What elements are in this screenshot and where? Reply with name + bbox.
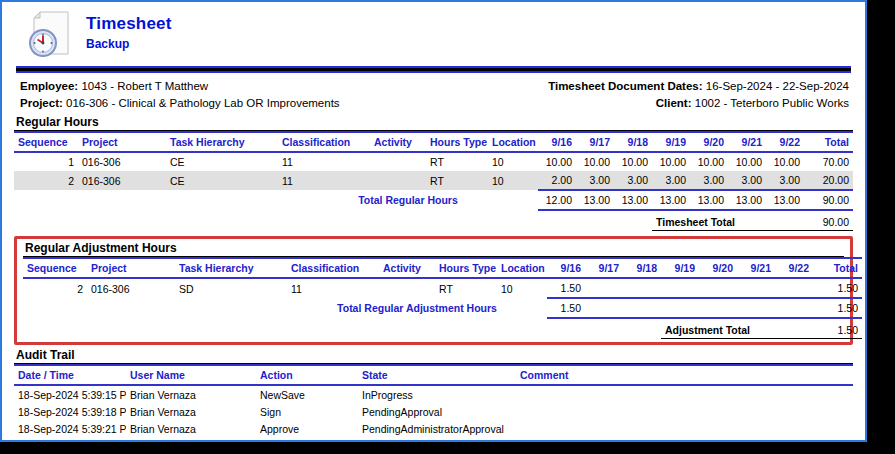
cell-action: Approve: [256, 437, 358, 442]
column-header: Sequence: [23, 258, 87, 278]
column-header: Hours Type: [426, 132, 488, 152]
cell-day: 3.00: [576, 171, 614, 190]
totals-day: 1.50: [547, 298, 585, 318]
cell-day: 2.00: [538, 171, 576, 190]
totals-day: 13.00: [728, 190, 766, 210]
employee-value: 1043 - Robert T Matthew: [81, 80, 208, 92]
cell-task: CE: [166, 152, 278, 171]
cell-total: 20.00: [804, 171, 853, 190]
project-label: Project:: [20, 97, 63, 109]
cell-datetime: 18-Sep-2024 5:39:21 PM: [14, 420, 126, 437]
column-header: Task Hierarchy: [166, 132, 278, 152]
audit-header-row: Date / Time User Name Action State Comme…: [14, 365, 853, 385]
table-row: 1 016-306 CE 11 RT 10 10.00 10.00 10.00 …: [14, 152, 853, 171]
adjustment-header-row: Sequence Project Task Hierarchy Classifi…: [23, 258, 862, 278]
cell-classification: 11: [278, 152, 370, 171]
cell-location: 10: [497, 278, 547, 298]
cell-state: PendingAdministratorApproval: [358, 420, 516, 437]
cell-action: Approve: [256, 420, 358, 437]
adjustment-hours-title: Regular Adjustment Hours: [23, 241, 844, 257]
cell-day: 10.00: [576, 152, 614, 171]
column-header: Location: [488, 132, 538, 152]
cell-day: 3.00: [652, 171, 690, 190]
totals-day: [623, 298, 661, 318]
document-dates-value: 16-Sep-2024 - 22-Sep-2024: [706, 80, 849, 92]
adjustment-total-value: 1.50: [813, 318, 862, 339]
cell-project: 016-306: [87, 278, 175, 298]
cell-hours-type: RT: [426, 171, 488, 190]
cell-day: 1.50: [547, 278, 585, 298]
audit-trail-table: Date / Time User Name Action State Comme…: [14, 364, 853, 442]
column-header: 9/19: [652, 132, 690, 152]
timesheet-total-value: 90.00: [804, 210, 853, 231]
cell-total: 70.00: [804, 152, 853, 171]
cell-comment: [516, 437, 853, 442]
totals-day: 13.00: [576, 190, 614, 210]
column-header: 9/18: [614, 132, 652, 152]
adjustment-total-row: Adjustment Total 1.50: [23, 318, 862, 339]
page-subtitle: Backup: [86, 37, 172, 51]
column-header: Total: [804, 132, 853, 152]
audit-row: 18-Sep-2024 5:39:15 PM Brian Vernaza New…: [14, 385, 853, 403]
page-title: Timesheet: [86, 14, 172, 34]
cell-day: 3.00: [766, 171, 804, 190]
column-header: 9/22: [775, 258, 813, 278]
timesheet-total-row: Timesheet Total 90.00: [14, 210, 853, 231]
cell-day: 10.00: [766, 152, 804, 171]
audit-trail-title: Audit Trail: [14, 348, 853, 364]
audit-row: 18-Sep-2024 5:39:21 PM Brian Vernaza App…: [14, 420, 853, 437]
column-header: Classification: [278, 132, 370, 152]
totals-total: 90.00: [804, 190, 853, 210]
timesheet-clock-icon: [28, 11, 70, 61]
cell-activity: [370, 152, 426, 171]
column-header: Total: [813, 258, 862, 278]
column-header: 9/18: [623, 258, 661, 278]
project-row: Project: 016-306 - Clinical & Pathology …: [20, 95, 340, 112]
project-value: 016-306 - Clinical & Pathology Lab OR Im…: [66, 97, 340, 109]
cell-day: [585, 278, 623, 298]
cell-day: 3.00: [690, 171, 728, 190]
cell-location: 10: [488, 171, 538, 190]
cell-sequence: 2: [23, 278, 87, 298]
cell-state: PendingApproval: [358, 403, 516, 420]
cell-action: NewSave: [256, 385, 358, 403]
column-header: 9/21: [737, 258, 775, 278]
column-header: Hours Type: [435, 258, 497, 278]
adjustment-total-label: Adjustment Total: [661, 318, 813, 339]
regular-hours-header-row: Sequence Project Task Hierarchy Classifi…: [14, 132, 853, 152]
cell-activity: [370, 171, 426, 190]
column-header: Activity: [379, 258, 435, 278]
column-header: User Name: [126, 365, 256, 385]
totals-day: [775, 298, 813, 318]
report-page: Timesheet Backup Employee: 1043 - Robert…: [0, 0, 867, 442]
cell-day: 3.00: [728, 171, 766, 190]
cell-day: 10.00: [652, 152, 690, 171]
cell-activity: [379, 278, 435, 298]
cell-user: Brian Vernaza: [126, 420, 256, 437]
cell-task: CE: [166, 171, 278, 190]
column-header: Project: [87, 258, 175, 278]
header-divider: [16, 66, 851, 73]
column-header: Date / Time: [14, 365, 126, 385]
cell-comment: [516, 420, 853, 437]
cell-day: 10.00: [690, 152, 728, 171]
cell-datetime: 18-Sep-2024 5:39:22 PM: [14, 437, 126, 442]
cell-hours-type: RT: [426, 152, 488, 171]
cell-total: 1.50: [813, 278, 862, 298]
cell-hours-type: RT: [435, 278, 497, 298]
cell-state: InProgress: [358, 385, 516, 403]
cell-day: [661, 278, 699, 298]
report-header: Timesheet Backup: [28, 11, 853, 61]
totals-day: [585, 298, 623, 318]
cell-project: 016-306: [78, 152, 166, 171]
totals-day: 13.00: [766, 190, 804, 210]
adjustment-highlight-box: Regular Adjustment Hours Sequence Projec…: [14, 236, 853, 345]
cell-user: Brian Vernaza: [126, 403, 256, 420]
cell-datetime: 18-Sep-2024 5:39:18 PM: [14, 403, 126, 420]
totals-day: 13.00: [652, 190, 690, 210]
cell-comment: [516, 385, 853, 403]
cell-day: 10.00: [614, 152, 652, 171]
cell-state: PendingProcessing: [358, 437, 516, 442]
document-info-left: Employee: 1043 - Robert T Matthew Projec…: [20, 78, 340, 112]
timesheet-total-label: Timesheet Total: [652, 210, 804, 231]
